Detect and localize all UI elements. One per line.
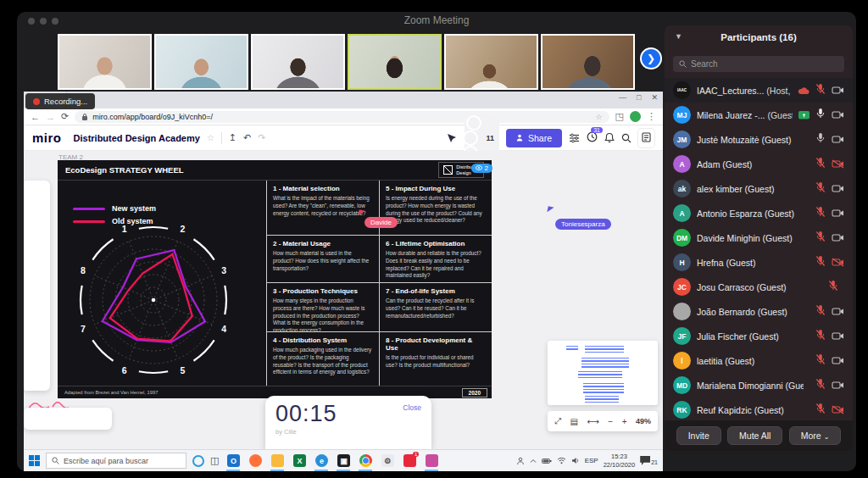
mic-icon[interactable] <box>815 83 826 98</box>
taskbar-app-icon[interactable]: X <box>291 451 308 471</box>
mic-icon[interactable] <box>815 181 826 197</box>
redo-icon[interactable]: ↷ <box>258 132 265 143</box>
mic-icon[interactable] <box>815 132 826 147</box>
camera-icon[interactable] <box>832 378 844 393</box>
participant-row[interactable]: A Antonio Esparza (Guest) <box>665 201 853 225</box>
participant-row[interactable]: JF Julia Fischer (Guest) <box>665 324 853 348</box>
participant-row[interactable]: ak alex kimber (Guest) <box>665 176 853 201</box>
zoom-out-button[interactable]: − <box>608 417 613 426</box>
cortana-icon[interactable] <box>192 455 204 467</box>
minimap-panel[interactable] <box>548 341 658 405</box>
chevron-up-icon[interactable] <box>530 459 537 464</box>
mic-icon[interactable] <box>815 329 826 344</box>
collaborator-avatar[interactable] <box>463 131 478 146</box>
taskbar-app-icon[interactable] <box>357 451 374 471</box>
browser-profile-avatar[interactable] <box>630 111 641 122</box>
toolbar-tool-icon[interactable] <box>26 258 47 275</box>
attention-cursor-icon[interactable] <box>446 132 458 144</box>
participant-row[interactable]: João Bernardo (Guest) <box>665 299 853 324</box>
undo-icon[interactable]: ↶ <box>243 132 251 143</box>
fullscreen-icon[interactable]: ⤢ <box>554 416 561 426</box>
camera-icon[interactable] <box>832 157 844 172</box>
mic-icon[interactable] <box>815 206 826 221</box>
board-title[interactable]: Distributed Design Academy <box>74 133 200 143</box>
toolbar-tool-icon[interactable] <box>26 352 47 369</box>
taskbar-app-icon[interactable] <box>423 451 440 471</box>
export-icon[interactable]: ↥ <box>229 132 236 143</box>
camera-icon[interactable] <box>832 231 844 246</box>
taskbar-search-input[interactable]: Escribe aquí para buscar <box>46 453 186 469</box>
language-indicator[interactable]: ESP <box>585 457 598 464</box>
camera-icon[interactable] <box>832 255 844 270</box>
mic-icon[interactable] <box>815 255 826 270</box>
mic-icon[interactable] <box>828 280 838 295</box>
camera-icon[interactable] <box>832 206 844 221</box>
taskbar-clock[interactable]: 15:2322/10/2020 <box>604 453 636 469</box>
timer-feature-icon[interactable]: 31 <box>587 131 598 146</box>
mic-icon[interactable] <box>815 378 826 393</box>
toolbar-tool-icon[interactable] <box>26 221 47 238</box>
search-icon[interactable] <box>621 133 632 143</box>
video-thumbnail[interactable] <box>251 34 345 90</box>
taskbar-app-icon[interactable]: ⚙ <box>379 451 396 471</box>
address-bar[interactable]: miro.com/app/board/o9J_kiVcnh0=/ ☆ <box>75 111 609 123</box>
taskbar-app-icon[interactable] <box>269 451 286 471</box>
bell-icon[interactable] <box>604 132 615 143</box>
collaborator-avatar[interactable] <box>466 115 481 131</box>
collapse-chevron-icon[interactable]: ▼ <box>675 32 682 41</box>
invite-button[interactable]: Invite <box>676 426 721 445</box>
bookmark-star-icon[interactable]: ☆ <box>596 113 603 121</box>
participant-row[interactable]: l laetitia (Guest) <box>665 348 853 373</box>
mute-all-button[interactable]: Mute All <box>727 426 782 445</box>
favorite-star-icon[interactable]: ☆ <box>207 133 214 142</box>
mic-icon[interactable] <box>815 108 826 123</box>
taskbar-app-icon[interactable] <box>247 451 264 471</box>
zoom-level[interactable]: 49% <box>636 417 651 425</box>
more-button[interactable]: More⌄ <box>789 426 842 445</box>
timer-close-link[interactable]: Close <box>403 403 421 412</box>
camera-icon[interactable] <box>832 353 844 369</box>
forward-icon[interactable]: → <box>46 112 55 122</box>
toolbar-tool-icon[interactable] <box>26 203 47 220</box>
taskbar-app-icon[interactable]: 1 <box>401 451 418 471</box>
camera-icon[interactable] <box>832 83 844 98</box>
mic-icon[interactable] <box>815 403 826 418</box>
task-view-icon[interactable]: ◫ <box>210 455 219 466</box>
participant-row[interactable]: MD Marialena Dimogianni (Guest) <box>665 373 853 397</box>
browser-menu-icon[interactable]: ⋮ <box>647 111 656 122</box>
camera-icon[interactable] <box>832 181 844 197</box>
taskbar-app-icon[interactable]: O <box>225 451 242 471</box>
camera-icon[interactable] <box>832 329 844 344</box>
windows-start-button[interactable] <box>29 455 40 466</box>
toolbar-tool-icon[interactable] <box>26 277 47 294</box>
battery-icon[interactable] <box>542 458 552 464</box>
browser-window-controls[interactable]: —□✕ <box>619 93 658 102</box>
mic-icon[interactable] <box>815 231 826 246</box>
video-thumbnail[interactable] <box>58 34 152 90</box>
taskbar-app-icon[interactable]: ▣ <box>335 451 352 471</box>
action-center-icon[interactable]: 21 <box>640 456 658 465</box>
speaker-icon[interactable] <box>571 457 580 464</box>
back-icon[interactable]: ← <box>31 112 40 122</box>
toolbar-tool-icon[interactable] <box>26 240 47 257</box>
participant-row[interactable]: JC Josu Carrasco (Guest) <box>665 275 853 299</box>
mic-icon[interactable] <box>815 304 826 320</box>
participant-row[interactable]: JM Justė Motuzaitė (Guest) <box>665 127 853 152</box>
filters-icon[interactable] <box>569 133 580 143</box>
participant-row[interactable]: MJ Milena Juarez -... (Guest) <box>665 103 853 127</box>
toolbar-tool-icon[interactable] <box>26 314 47 331</box>
participant-row[interactable]: H Hrefna (Guest) <box>665 250 853 275</box>
notes-icon[interactable] <box>638 129 654 147</box>
reload-icon[interactable]: ⟳ <box>61 111 69 122</box>
participant-row[interactable]: IAAC IAAC_Lectures... (Host, me) <box>665 78 853 103</box>
miro-logo[interactable]: miro <box>32 131 62 145</box>
taskbar-app-icon[interactable]: e <box>313 451 330 471</box>
people-icon[interactable] <box>516 457 525 465</box>
miro-canvas[interactable]: TEAM 2 EcoDesign STRATEGY WHEEL Distribu… <box>24 151 663 449</box>
zoom-in-button[interactable]: + <box>622 417 627 426</box>
share-button[interactable]: Share <box>506 129 562 147</box>
camera-icon[interactable] <box>832 304 844 320</box>
video-thumbnail[interactable] <box>154 34 248 90</box>
video-thumbnail[interactable] <box>444 34 538 90</box>
mic-icon[interactable] <box>815 353 826 369</box>
